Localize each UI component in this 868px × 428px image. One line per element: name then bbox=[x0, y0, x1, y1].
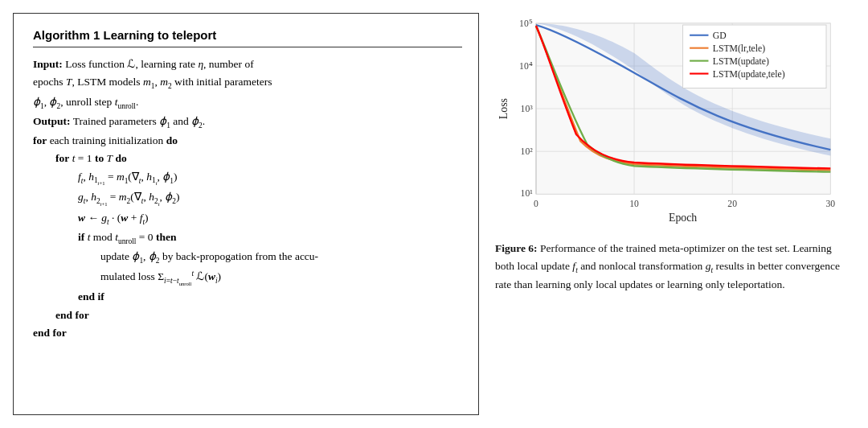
svg-text:10³: 10³ bbox=[521, 104, 534, 114]
input-label: Input: bbox=[33, 58, 63, 70]
for-each-line: for each training initialization do bbox=[33, 132, 462, 150]
svg-text:LSTM(lr,tele): LSTM(lr,tele) bbox=[713, 43, 765, 54]
svg-text:10²: 10² bbox=[521, 146, 534, 157]
svg-text:10¹: 10¹ bbox=[521, 188, 534, 199]
eq2-line: gt, h2t+1 = m2(∇t, h2t, ϕ2) bbox=[78, 188, 462, 208]
figure-label: Figure 6: bbox=[495, 242, 538, 254]
svg-text:20: 20 bbox=[727, 199, 737, 209]
svg-text:LSTM(update): LSTM(update) bbox=[713, 56, 769, 67]
input-line3: ϕ1, ϕ2, unroll step tunroll. bbox=[33, 93, 462, 113]
input-line: Input: Loss function ℒ, learning rate η,… bbox=[33, 56, 462, 73]
svg-text:GD: GD bbox=[713, 31, 727, 41]
svg-text:Loss: Loss bbox=[497, 98, 510, 119]
chart-container: 10⁵ 10⁴ 10³ 10² 10¹ 0 10 20 30 Epoch Los… bbox=[495, 13, 854, 230]
update-line2: mulated loss Σi=t−tunrollt ℒ(wi) bbox=[100, 267, 462, 288]
eq3-line: w ← gt · (w + ft) bbox=[78, 209, 462, 228]
algorithm-title: Algorithm 1 Learning to teleport bbox=[33, 28, 462, 47]
svg-text:Epoch: Epoch bbox=[669, 212, 697, 224]
end-if-line: end if bbox=[78, 288, 462, 306]
for-t-line: for t = 1 to T do bbox=[55, 150, 462, 167]
update-line1: update ϕ1, ϕ2 by back-propogation from t… bbox=[100, 248, 462, 267]
output-label: Output: bbox=[33, 115, 71, 127]
end-for2-line: end for bbox=[33, 324, 462, 342]
right-panel: 10⁵ 10⁴ 10³ 10² 10¹ 0 10 20 30 Epoch Los… bbox=[489, 0, 866, 428]
algorithm-box: Algorithm 1 Learning to teleport Input: … bbox=[13, 13, 479, 415]
svg-text:0: 0 bbox=[534, 199, 538, 209]
input-line2: epochs T, LSTM models m1, m2 with initia… bbox=[33, 73, 462, 93]
if-line: if t mod tunroll = 0 then bbox=[78, 228, 462, 248]
end-for1-line: end for bbox=[55, 307, 462, 324]
eq1-line: ft, h1t+1 = m1(∇t, h1t, ϕ1) bbox=[78, 168, 462, 188]
svg-text:LSTM(update,tele): LSTM(update,tele) bbox=[713, 69, 785, 80]
svg-text:10⁴: 10⁴ bbox=[519, 61, 533, 72]
loss-chart: 10⁵ 10⁴ 10³ 10² 10¹ 0 10 20 30 Epoch Los… bbox=[495, 13, 854, 230]
output-line: Output: Trained parameters ϕ1 and ϕ2. bbox=[33, 113, 462, 132]
figure-caption: Figure 6: Performance of the trained met… bbox=[495, 240, 854, 294]
caption-text: Performance of the trained meta-optimize… bbox=[495, 242, 840, 290]
svg-text:10: 10 bbox=[629, 199, 639, 209]
svg-text:30: 30 bbox=[825, 199, 835, 209]
algorithm-body: Input: Loss function ℒ, learning rate η,… bbox=[33, 56, 462, 342]
svg-text:10⁵: 10⁵ bbox=[519, 19, 533, 29]
